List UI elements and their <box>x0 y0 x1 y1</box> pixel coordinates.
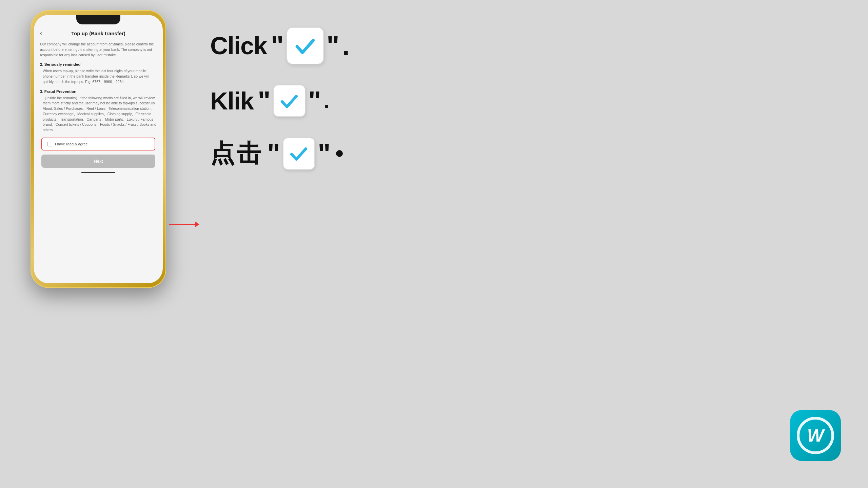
wps-logo-ring: W <box>797 417 834 454</box>
period-en: . <box>342 30 350 61</box>
instructions-panel: Click " " . Klik " " . 点击 " " <box>210 27 350 170</box>
phone-notch <box>76 15 120 24</box>
section3-text: （Inside the remarks）If the following wor… <box>40 96 157 133</box>
screen-title: Top up (Bank transfer) <box>71 30 125 36</box>
quote-open-zh: " <box>267 138 280 169</box>
instruction-row-id: Klik " " . <box>210 85 350 117</box>
screen-content: ‹ Top up (Bank transfer) Our company wil… <box>34 15 163 283</box>
next-button[interactable]: Next <box>41 155 155 168</box>
checkbox-icon-en <box>287 27 324 64</box>
instruction-row-zh: 点击 " " <box>210 137 350 170</box>
home-indicator <box>81 172 115 173</box>
wps-logo: W <box>790 410 841 461</box>
instruction-text-id: Klik <box>210 87 254 115</box>
wps-letter: W <box>807 425 824 446</box>
period-zh <box>336 150 343 157</box>
section3-heading: 3. Fraud Prevention <box>40 89 157 94</box>
instruction-text-en: Click <box>210 32 267 60</box>
instruction-row-en: Click " " . <box>210 27 350 64</box>
phone-screen: ‹ Top up (Bank transfer) Our company wil… <box>34 15 163 283</box>
quote-open-id: " <box>258 85 271 117</box>
period-id: . <box>324 89 330 113</box>
checkbox-icon-id <box>273 85 305 117</box>
agree-label: I have read & agree <box>55 142 88 146</box>
phone-mockup: ‹ Top up (Bank transfer) Our company wil… <box>31 10 166 288</box>
quote-close-zh: " <box>318 138 331 169</box>
phone-body: ‹ Top up (Bank transfer) Our company wil… <box>31 10 166 288</box>
back-button[interactable]: ‹ <box>40 30 42 37</box>
section2-heading: 2. Seriously reminded <box>40 62 157 66</box>
instruction-text-zh: 点击 <box>210 137 263 170</box>
section2-text: When users top-up, please write the last… <box>40 68 157 84</box>
screen-header: ‹ Top up (Bank transfer) <box>34 27 163 39</box>
quote-close-id: " <box>308 85 321 117</box>
checkbox-icon-zh <box>283 138 315 170</box>
agree-checkbox[interactable] <box>47 142 52 146</box>
intro-text: Our company will change the account from… <box>40 42 157 58</box>
quote-close-en: " <box>327 30 339 61</box>
scroll-area: Our company will change the account from… <box>34 39 163 283</box>
agree-checkbox-row[interactable]: I have read & agree <box>41 138 155 150</box>
red-arrow <box>169 224 196 225</box>
quote-open-en: " <box>271 30 284 61</box>
